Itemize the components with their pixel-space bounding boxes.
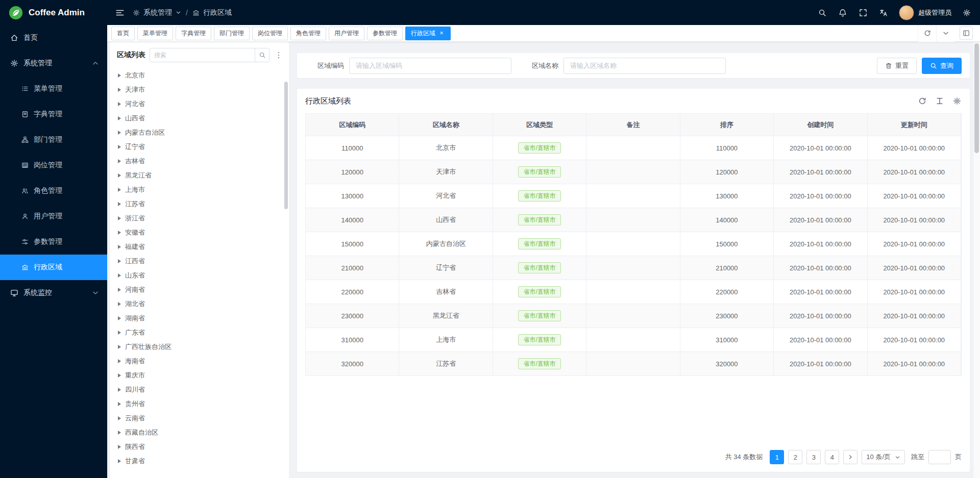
caret-right-icon[interactable] — [118, 73, 121, 78]
tab[interactable]: 部门管理 × — [214, 27, 250, 40]
sidebar-subitem-region[interactable]: 行政区域 — [0, 255, 107, 280]
tree-item[interactable]: 云南省 — [110, 411, 289, 425]
page-scrollbar[interactable] — [973, 25, 980, 478]
tree-item[interactable]: 湖南省 — [110, 311, 289, 325]
notifications-bell-icon[interactable] — [838, 8, 848, 18]
caret-right-icon[interactable] — [118, 302, 121, 306]
caret-right-icon[interactable] — [118, 159, 121, 163]
tree-item[interactable]: 甘肃省 — [110, 454, 289, 468]
collapse-menu-icon[interactable] — [107, 0, 133, 25]
caret-right-icon[interactable] — [118, 316, 121, 320]
tree-item[interactable]: 内蒙古自治区 — [110, 125, 289, 140]
caret-right-icon[interactable] — [118, 288, 121, 292]
tree-search-icon[interactable] — [255, 48, 269, 62]
caret-right-icon[interactable] — [118, 445, 121, 449]
table-row[interactable]: 150000 内蒙古自治区 省市/直辖市 150000 2020-10-01 0… — [306, 232, 961, 256]
tab-close-icon[interactable]: × — [438, 30, 445, 37]
table-header-cell[interactable]: 区域名称 — [399, 114, 493, 136]
caret-right-icon[interactable] — [118, 431, 121, 435]
table-header-cell[interactable]: 区域编码 — [306, 114, 399, 136]
page-number-button[interactable]: 1 — [770, 450, 784, 464]
caret-right-icon[interactable] — [118, 131, 121, 135]
table-header-cell[interactable]: 创建时间 — [774, 114, 867, 136]
tree-item[interactable]: 河北省 — [110, 97, 289, 111]
caret-right-icon[interactable] — [118, 202, 121, 206]
search-button[interactable]: 查询 — [922, 58, 962, 74]
layout-icon[interactable] — [960, 27, 973, 40]
caret-right-icon[interactable] — [118, 373, 121, 378]
tree-item[interactable]: 吉林省 — [110, 154, 289, 168]
caret-right-icon[interactable] — [118, 331, 121, 335]
caret-right-icon[interactable] — [118, 245, 121, 249]
tab[interactable]: 字典管理 × — [176, 27, 211, 40]
tree-item[interactable]: 青海省 — [110, 468, 289, 472]
app-logo[interactable]: Coffee Admin — [0, 0, 107, 25]
table-row[interactable]: 110000 北京市 省市/直辖市 110000 2020-10-01 00:0… — [306, 136, 961, 160]
column-settings-gear-icon[interactable] — [952, 96, 962, 106]
tree-item[interactable]: 山东省 — [110, 268, 289, 283]
chevron-down-icon[interactable] — [936, 25, 954, 42]
caret-right-icon[interactable] — [118, 459, 121, 463]
next-page-button[interactable] — [843, 450, 857, 464]
tab[interactable]: 参数管理 × — [367, 27, 403, 40]
jump-page-input[interactable] — [928, 450, 951, 464]
tab[interactable]: 用户管理 × — [329, 27, 364, 40]
sidebar-subitem-params[interactable]: 参数管理 — [0, 229, 107, 255]
tree-item[interactable]: 江苏省 — [110, 197, 289, 211]
tree-item[interactable]: 黑龙江省 — [110, 168, 289, 183]
text-height-icon[interactable] — [935, 96, 944, 106]
table-header-cell[interactable]: 区域类型 — [493, 114, 586, 136]
sidebar-item-home[interactable]: 首页 — [0, 25, 107, 51]
tree-item[interactable]: 重庆市 — [110, 368, 289, 383]
tree-scrollbar-thumb[interactable] — [284, 82, 288, 209]
sidebar-subitem-dept[interactable]: 部门管理 — [0, 127, 107, 153]
tree-item[interactable]: 广西壮族自治区 — [110, 340, 289, 354]
sidebar-item-system[interactable]: 系统管理 — [0, 51, 107, 76]
sidebar-subitem-role[interactable]: 角色管理 — [0, 178, 107, 204]
table-header-cell[interactable]: 备注 — [586, 114, 680, 136]
page-number-button[interactable]: 2 — [788, 450, 802, 464]
caret-right-icon[interactable] — [118, 259, 121, 263]
refresh-icon[interactable] — [918, 96, 927, 106]
caret-right-icon[interactable] — [118, 416, 121, 420]
table-row[interactable]: 320000 江苏省 省市/直辖市 320000 2020-10-01 00:0… — [306, 352, 961, 376]
caret-right-icon[interactable] — [118, 102, 121, 106]
table-header-cell[interactable]: 排序 — [680, 114, 774, 136]
code-filter-input[interactable] — [349, 58, 511, 74]
table-row[interactable]: 130000 河北省 省市/直辖市 130000 2020-10-01 00:0… — [306, 184, 961, 208]
tree-item[interactable]: 西藏自治区 — [110, 425, 289, 440]
page-size-select[interactable]: 10 条/页 — [862, 450, 905, 464]
more-dots-icon[interactable]: ⋮ — [274, 51, 284, 60]
caret-right-icon[interactable] — [118, 116, 121, 120]
refresh-icon[interactable] — [918, 25, 936, 42]
tree-item[interactable]: 贵州省 — [110, 397, 289, 411]
caret-right-icon[interactable] — [118, 145, 121, 149]
table-header-cell[interactable]: 更新时间 — [868, 114, 961, 136]
caret-right-icon[interactable] — [118, 388, 121, 392]
caret-right-icon[interactable] — [118, 173, 121, 178]
tree-item[interactable]: 广东省 — [110, 325, 289, 340]
breadcrumb-root[interactable]: 系统管理 — [143, 8, 172, 17]
settings-gear-icon[interactable] — [962, 8, 972, 18]
tree-item[interactable]: 陕西省 — [110, 440, 289, 454]
caret-right-icon[interactable] — [118, 273, 121, 278]
tab[interactable]: 行政区域 × — [405, 27, 451, 40]
table-row[interactable]: 230000 黑龙江省 省市/直辖市 230000 2020-10-01 00:… — [306, 304, 961, 328]
page-number-button[interactable]: 3 — [806, 450, 821, 464]
caret-right-icon[interactable] — [118, 216, 121, 220]
caret-right-icon[interactable] — [118, 88, 121, 92]
caret-right-icon[interactable] — [118, 345, 121, 349]
sidebar-subitem-post[interactable]: 岗位管理 — [0, 153, 107, 178]
tab[interactable]: 角色管理 × — [290, 27, 326, 40]
reset-button[interactable]: 重置 — [877, 58, 917, 74]
sidebar-subitem-user[interactable]: 用户管理 — [0, 204, 107, 229]
tree-item[interactable]: 湖北省 — [110, 297, 289, 311]
tree-item[interactable]: 河南省 — [110, 283, 289, 297]
tab[interactable]: 首页 × — [111, 27, 135, 40]
table-row[interactable]: 140000 山西省 省市/直辖市 140000 2020-10-01 00:0… — [306, 208, 961, 232]
caret-right-icon[interactable] — [118, 359, 121, 363]
tree-item[interactable]: 海南省 — [110, 354, 289, 368]
tree-item[interactable]: 浙江省 — [110, 211, 289, 225]
caret-right-icon[interactable] — [118, 402, 121, 406]
tree-item[interactable]: 北京市 — [110, 68, 289, 83]
